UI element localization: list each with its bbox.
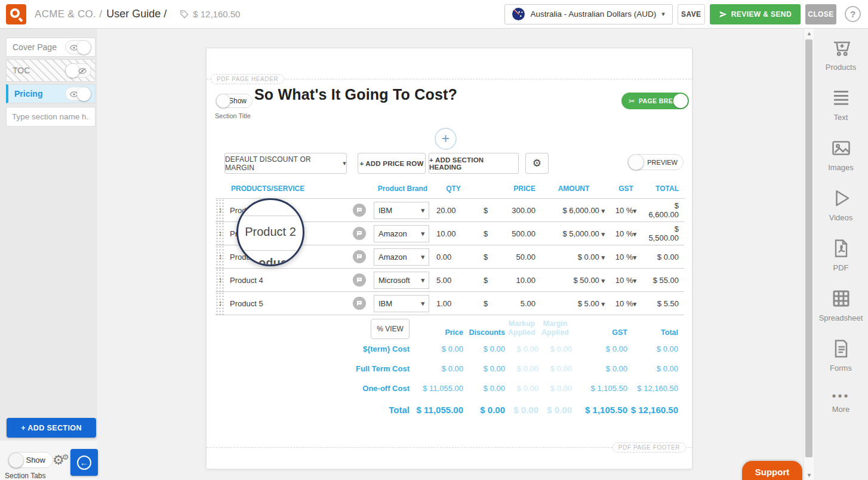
- section-name: Pricing: [14, 89, 65, 99]
- comment-icon[interactable]: [353, 204, 366, 217]
- section-title[interactable]: So What's It Going To Cost?: [254, 86, 457, 103]
- sidebar-item-pricing[interactable]: Pricing: [6, 84, 96, 103]
- item-label: Forms: [830, 364, 852, 373]
- qty-value[interactable]: 10.00: [432, 229, 475, 238]
- toggle-knob: [8, 453, 24, 468]
- brand-select[interactable]: IBM▾: [374, 295, 429, 312]
- drag-handle-icon[interactable]: ↕: [216, 199, 225, 221]
- chevron-down-icon: ▾: [421, 207, 424, 214]
- drag-handle-icon[interactable]: ↕: [216, 222, 225, 245]
- value: $ 11,055.00: [410, 405, 463, 415]
- amount-select[interactable]: $ 5.00 ▾: [538, 299, 610, 308]
- comment-icon[interactable]: [353, 227, 366, 240]
- summary-row-full-term-cost: Full Term Cost $ 0.00 $ 0.00 $ 0.00 $ 0.…: [314, 359, 678, 379]
- gst-select[interactable]: 10 %▾: [610, 253, 642, 261]
- qty-value[interactable]: 0.00: [432, 253, 475, 261]
- currency-select[interactable]: Australia - Australian Dollars (AUD) ▾: [504, 4, 672, 24]
- amount-select[interactable]: $ 5,000.00 ▾: [538, 229, 610, 238]
- gst-select[interactable]: 10 %▾: [610, 206, 642, 215]
- paper-plane-icon: [719, 10, 727, 19]
- breadcrumb-document[interactable]: User Guide /: [106, 8, 167, 20]
- drag-handle-icon[interactable]: ↕: [216, 245, 225, 268]
- default-discount-margin-dropdown[interactable]: DEFAULT DISCOUNT OR MARGIN ▾: [224, 153, 347, 174]
- table-settings-button[interactable]: ⚙: [525, 153, 549, 174]
- value: $ 0.00: [463, 344, 505, 353]
- section-tabs-toggle[interactable]: Show: [8, 452, 53, 468]
- save-button[interactable]: SAVE: [678, 4, 705, 24]
- col-gst: GST: [610, 184, 642, 193]
- visibility-toggle[interactable]: [65, 40, 91, 54]
- comment-icon[interactable]: [353, 297, 366, 310]
- gst-select[interactable]: 10 %▾: [610, 229, 642, 238]
- sidebar-item-images[interactable]: Images: [814, 137, 868, 187]
- help-button[interactable]: ?: [845, 6, 861, 22]
- show-label: Show: [26, 456, 45, 464]
- price-value[interactable]: 50.00: [496, 253, 538, 261]
- brand-select[interactable]: Amazon▾: [374, 225, 429, 242]
- app-logo[interactable]: [6, 4, 26, 24]
- qty-value[interactable]: 1.00: [432, 299, 475, 308]
- amount-select[interactable]: $ 0.00 ▾: [538, 253, 610, 261]
- amount-select[interactable]: $ 50.00 ▾: [538, 276, 610, 285]
- brand-select[interactable]: Microsoft▾: [374, 272, 429, 289]
- support-button[interactable]: Support: [742, 461, 802, 480]
- settings-gears-icon[interactable]: ⚙⚙: [53, 453, 71, 468]
- editor-canvas: PDF PAGE HEADER Show So What's It Going …: [97, 29, 804, 480]
- gst-select[interactable]: 10 %▾: [610, 299, 642, 308]
- page-break-toggle[interactable]: ✂ PAGE BREAK: [621, 93, 689, 109]
- review-send-label: REVIEW & SEND: [731, 10, 792, 19]
- product-name[interactable]: Product 5: [225, 299, 353, 308]
- price-value[interactable]: 5.00: [496, 299, 538, 308]
- sidebar-item-forms[interactable]: Forms: [814, 338, 868, 388]
- collapse-sidebar-button[interactable]: ←: [70, 449, 98, 476]
- drag-handle-icon[interactable]: ↕: [216, 292, 225, 315]
- chevron-down-icon: ▾: [601, 230, 605, 238]
- pdf-page-footer-label[interactable]: PDF PAGE FOOTER: [612, 442, 686, 453]
- brand-select[interactable]: Amazon▾: [374, 248, 429, 266]
- price-value[interactable]: 300.00: [496, 206, 538, 215]
- item-label: More: [832, 405, 850, 414]
- review-send-button[interactable]: REVIEW & SEND: [710, 4, 801, 24]
- close-button[interactable]: CLOSE: [805, 4, 836, 24]
- qty-value[interactable]: 5.00: [432, 276, 475, 285]
- gst-select[interactable]: 10 %▾: [610, 276, 642, 285]
- vertical-scrollbar[interactable]: ▲ ▼: [804, 29, 814, 480]
- sidebar-item-more[interactable]: ••• More: [814, 388, 868, 438]
- chevron-down-icon: ▾: [421, 276, 424, 284]
- sidebar-item-videos[interactable]: Videos: [814, 187, 868, 238]
- sidebar-item-pdf[interactable]: PDF: [814, 238, 868, 288]
- section-title-show-toggle[interactable]: Show: [216, 94, 253, 108]
- amount-select[interactable]: $ 6,000.00 ▾: [538, 206, 610, 215]
- pdf-page-header-label[interactable]: PDF PAGE HEADER: [211, 74, 284, 84]
- scroll-up-icon[interactable]: ▲: [804, 30, 814, 36]
- currency-label: Australia - Australian Dollars (AUD): [530, 10, 656, 19]
- chevron-down-icon: ▾: [633, 254, 636, 261]
- add-price-row-button[interactable]: + ADD PRICE ROW: [358, 153, 426, 174]
- add-section-heading-button[interactable]: + ADD SECTION HEADING: [429, 153, 519, 174]
- drag-handle-icon[interactable]: ↕: [216, 269, 225, 291]
- sidebar-item-cover-page[interactable]: Cover Page: [6, 38, 96, 57]
- add-section-button[interactable]: + ADD SECTION: [7, 418, 96, 438]
- scroll-down-icon[interactable]: ▼: [804, 472, 814, 478]
- price-value[interactable]: 10.00: [496, 276, 538, 285]
- australia-flag-icon: [512, 8, 525, 20]
- product-name[interactable]: Product 4: [225, 276, 353, 285]
- sidebar-item-products[interactable]: Products: [814, 37, 868, 87]
- scrollbar-thumb[interactable]: [805, 39, 812, 457]
- col-total: TOTAL: [642, 184, 684, 193]
- sidebar-item-toc[interactable]: TOC: [6, 59, 96, 82]
- add-block-button[interactable]: +: [435, 128, 457, 150]
- comment-icon[interactable]: [353, 273, 366, 287]
- sidebar-item-text[interactable]: Text: [814, 87, 868, 137]
- price-value[interactable]: 500.00: [496, 229, 538, 238]
- preview-toggle[interactable]: PREVIEW: [627, 154, 684, 170]
- col-price: PRICE: [496, 184, 538, 193]
- new-section-name-input[interactable]: [6, 107, 96, 127]
- brand-select[interactable]: IBM▾: [374, 202, 429, 219]
- visibility-toggle[interactable]: [65, 63, 91, 78]
- visibility-toggle[interactable]: [65, 87, 91, 101]
- breadcrumb-company[interactable]: ACME & CO. /: [35, 8, 102, 20]
- comment-icon[interactable]: [353, 250, 366, 263]
- sidebar-item-spreadsheet[interactable]: Spreadsheet: [814, 288, 868, 338]
- qty-value[interactable]: 20.00: [432, 206, 475, 215]
